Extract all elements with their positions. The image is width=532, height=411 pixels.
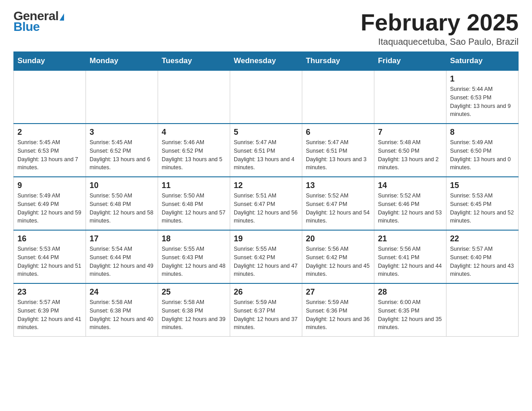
- day-number: 13: [306, 181, 370, 190]
- table-row: 4Sunrise: 5:46 AM Sunset: 6:52 PM Daylig…: [158, 124, 230, 177]
- table-row: [302, 70, 374, 124]
- table-row: 7Sunrise: 5:48 AM Sunset: 6:50 PM Daylig…: [374, 124, 446, 177]
- day-info: Sunrise: 5:59 AM Sunset: 6:36 PM Dayligh…: [306, 298, 370, 332]
- day-info: Sunrise: 5:52 AM Sunset: 6:47 PM Dayligh…: [306, 192, 370, 225]
- table-row: 14Sunrise: 5:52 AM Sunset: 6:46 PM Dayli…: [374, 177, 446, 230]
- day-info: Sunrise: 5:50 AM Sunset: 6:48 PM Dayligh…: [90, 192, 154, 225]
- table-row: [158, 70, 230, 124]
- col-monday: Monday: [86, 52, 158, 71]
- table-row: 1Sunrise: 5:44 AM Sunset: 6:53 PM Daylig…: [446, 70, 518, 124]
- table-row: 17Sunrise: 5:54 AM Sunset: 6:44 PM Dayli…: [86, 230, 158, 283]
- day-info: Sunrise: 6:00 AM Sunset: 6:35 PM Dayligh…: [378, 298, 442, 332]
- day-info: Sunrise: 5:47 AM Sunset: 6:51 PM Dayligh…: [306, 138, 370, 172]
- title-block: February 2025 Itaquaquecetuba, Sao Paulo…: [360, 9, 519, 47]
- table-row: 26Sunrise: 5:59 AM Sunset: 6:37 PM Dayli…: [230, 283, 302, 337]
- logo-triangle-icon: [60, 13, 64, 21]
- day-number: 14: [378, 181, 442, 190]
- day-info: Sunrise: 5:46 AM Sunset: 6:52 PM Dayligh…: [162, 138, 226, 172]
- day-info: Sunrise: 5:56 AM Sunset: 6:42 PM Dayligh…: [306, 245, 370, 278]
- table-row: 18Sunrise: 5:55 AM Sunset: 6:43 PM Dayli…: [158, 230, 230, 283]
- table-row: 3Sunrise: 5:45 AM Sunset: 6:52 PM Daylig…: [86, 124, 158, 177]
- table-row: 13Sunrise: 5:52 AM Sunset: 6:47 PM Dayli…: [302, 177, 374, 230]
- logo-blue-text: Blue: [13, 20, 40, 34]
- table-row: 28Sunrise: 6:00 AM Sunset: 6:35 PM Dayli…: [374, 283, 446, 337]
- day-info: Sunrise: 5:50 AM Sunset: 6:48 PM Dayligh…: [162, 192, 226, 225]
- day-number: 3: [90, 128, 154, 137]
- day-number: 18: [162, 234, 226, 244]
- table-row: 5Sunrise: 5:47 AM Sunset: 6:51 PM Daylig…: [230, 124, 302, 177]
- table-row: 2Sunrise: 5:45 AM Sunset: 6:53 PM Daylig…: [14, 124, 86, 177]
- table-row: 19Sunrise: 5:55 AM Sunset: 6:42 PM Dayli…: [230, 230, 302, 283]
- day-info: Sunrise: 5:53 AM Sunset: 6:44 PM Dayligh…: [17, 245, 82, 278]
- table-row: [86, 70, 158, 124]
- day-info: Sunrise: 5:53 AM Sunset: 6:45 PM Dayligh…: [450, 192, 515, 225]
- day-info: Sunrise: 5:58 AM Sunset: 6:38 PM Dayligh…: [162, 298, 226, 332]
- day-info: Sunrise: 5:49 AM Sunset: 6:49 PM Dayligh…: [17, 192, 82, 225]
- table-row: 10Sunrise: 5:50 AM Sunset: 6:48 PM Dayli…: [86, 177, 158, 230]
- table-row: 21Sunrise: 5:56 AM Sunset: 6:41 PM Dayli…: [374, 230, 446, 283]
- day-number: 2: [17, 128, 82, 137]
- day-info: Sunrise: 5:55 AM Sunset: 6:42 PM Dayligh…: [234, 245, 298, 278]
- day-number: 21: [378, 234, 442, 244]
- month-year-title: February 2025: [360, 9, 519, 36]
- day-number: 28: [378, 287, 442, 297]
- location-subtitle: Itaquaquecetuba, Sao Paulo, Brazil: [360, 37, 519, 47]
- day-info: Sunrise: 5:47 AM Sunset: 6:51 PM Dayligh…: [234, 138, 298, 172]
- day-number: 8: [450, 128, 515, 137]
- calendar-week-row: 1Sunrise: 5:44 AM Sunset: 6:53 PM Daylig…: [14, 70, 519, 124]
- day-number: 27: [306, 287, 370, 297]
- table-row: [230, 70, 302, 124]
- table-row: [374, 70, 446, 124]
- table-row: 22Sunrise: 5:57 AM Sunset: 6:40 PM Dayli…: [446, 230, 518, 283]
- day-info: Sunrise: 5:54 AM Sunset: 6:44 PM Dayligh…: [90, 245, 154, 278]
- day-info: Sunrise: 5:44 AM Sunset: 6:53 PM Dayligh…: [450, 85, 515, 119]
- day-info: Sunrise: 5:59 AM Sunset: 6:37 PM Dayligh…: [234, 298, 298, 332]
- page-header: General Blue February 2025 Itaquaquecetu…: [13, 9, 519, 47]
- day-info: Sunrise: 5:52 AM Sunset: 6:46 PM Dayligh…: [378, 192, 442, 225]
- table-row: 8Sunrise: 5:49 AM Sunset: 6:50 PM Daylig…: [446, 124, 518, 177]
- table-row: 6Sunrise: 5:47 AM Sunset: 6:51 PM Daylig…: [302, 124, 374, 177]
- day-info: Sunrise: 5:49 AM Sunset: 6:50 PM Dayligh…: [450, 138, 515, 172]
- table-row: 20Sunrise: 5:56 AM Sunset: 6:42 PM Dayli…: [302, 230, 374, 283]
- day-info: Sunrise: 5:48 AM Sunset: 6:50 PM Dayligh…: [378, 138, 442, 172]
- day-number: 16: [17, 234, 82, 244]
- table-row: 16Sunrise: 5:53 AM Sunset: 6:44 PM Dayli…: [14, 230, 86, 283]
- day-number: 24: [90, 287, 154, 297]
- day-number: 9: [17, 181, 82, 190]
- day-number: 4: [162, 128, 226, 137]
- calendar-week-row: 16Sunrise: 5:53 AM Sunset: 6:44 PM Dayli…: [14, 230, 519, 283]
- table-row: 24Sunrise: 5:58 AM Sunset: 6:38 PM Dayli…: [86, 283, 158, 337]
- col-tuesday: Tuesday: [158, 52, 230, 71]
- table-row: 23Sunrise: 5:57 AM Sunset: 6:39 PM Dayli…: [14, 283, 86, 337]
- day-info: Sunrise: 5:55 AM Sunset: 6:43 PM Dayligh…: [162, 245, 226, 278]
- col-friday: Friday: [374, 52, 446, 71]
- day-number: 1: [450, 74, 515, 84]
- day-number: 15: [450, 181, 515, 190]
- table-row: 15Sunrise: 5:53 AM Sunset: 6:45 PM Dayli…: [446, 177, 518, 230]
- table-row: [446, 283, 518, 337]
- calendar-week-row: 9Sunrise: 5:49 AM Sunset: 6:49 PM Daylig…: [14, 177, 519, 230]
- day-number: 7: [378, 128, 442, 137]
- day-number: 11: [162, 181, 226, 190]
- day-number: 25: [162, 287, 226, 297]
- day-number: 23: [17, 287, 82, 297]
- day-number: 10: [90, 181, 154, 190]
- day-number: 26: [234, 287, 298, 297]
- day-number: 12: [234, 181, 298, 190]
- day-number: 5: [234, 128, 298, 137]
- day-info: Sunrise: 5:57 AM Sunset: 6:40 PM Dayligh…: [450, 245, 515, 278]
- calendar-week-row: 2Sunrise: 5:45 AM Sunset: 6:53 PM Daylig…: [14, 124, 519, 177]
- day-info: Sunrise: 5:51 AM Sunset: 6:47 PM Dayligh…: [234, 192, 298, 225]
- day-number: 6: [306, 128, 370, 137]
- col-wednesday: Wednesday: [230, 52, 302, 71]
- day-info: Sunrise: 5:56 AM Sunset: 6:41 PM Dayligh…: [378, 245, 442, 278]
- day-number: 17: [90, 234, 154, 244]
- table-row: 27Sunrise: 5:59 AM Sunset: 6:36 PM Dayli…: [302, 283, 374, 337]
- day-info: Sunrise: 5:45 AM Sunset: 6:52 PM Dayligh…: [90, 138, 154, 172]
- col-thursday: Thursday: [302, 52, 374, 71]
- calendar-table: Sunday Monday Tuesday Wednesday Thursday…: [13, 51, 519, 337]
- day-number: 19: [234, 234, 298, 244]
- day-info: Sunrise: 5:45 AM Sunset: 6:53 PM Dayligh…: [17, 138, 82, 172]
- table-row: 12Sunrise: 5:51 AM Sunset: 6:47 PM Dayli…: [230, 177, 302, 230]
- calendar-week-row: 23Sunrise: 5:57 AM Sunset: 6:39 PM Dayli…: [14, 283, 519, 337]
